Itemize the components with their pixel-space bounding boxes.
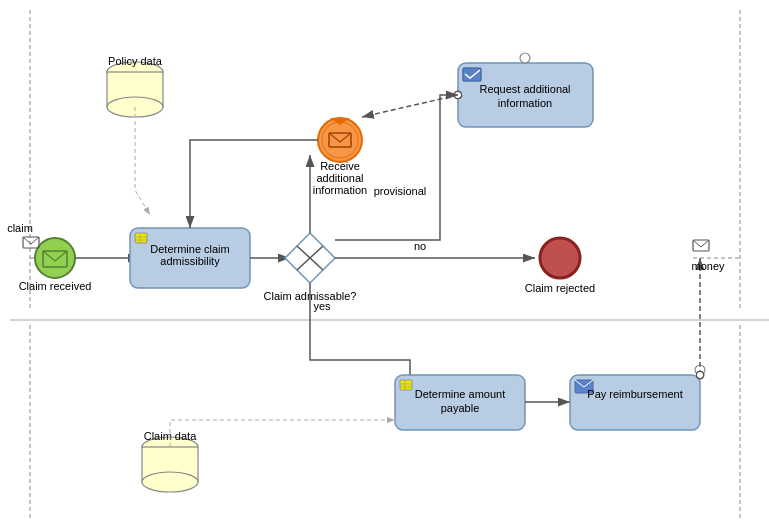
- msg-flow-request-to-receive: [362, 95, 458, 117]
- determine-amount-label: Determine amount: [415, 388, 506, 400]
- yes-label: yes: [313, 300, 331, 312]
- pay-reimbursement-label: Pay reimbursement: [587, 388, 682, 400]
- claim-received-event[interactable]: [35, 238, 75, 278]
- provisional-label: provisional: [374, 185, 427, 197]
- receive-additional-label: Receive: [320, 160, 360, 172]
- request-top-circle: [520, 53, 530, 63]
- policy-data-label: Policy data: [108, 55, 163, 67]
- svg-rect-5: [135, 233, 147, 243]
- flow-receive-to-determine: [190, 140, 318, 228]
- svg-rect-15: [400, 380, 412, 390]
- determine-admissibility-label: Determine claim: [150, 243, 229, 255]
- claim-rejected-event[interactable]: [540, 238, 580, 278]
- claim-label: claim: [7, 222, 33, 234]
- assoc-claim-to-amount: [170, 420, 395, 447]
- determine-admissibility-label2: admissibility: [160, 255, 220, 267]
- claim-received-label: Claim received: [19, 280, 92, 292]
- determine-amount-label2: payable: [441, 402, 480, 414]
- claim-data-cylinder-bottom: [142, 472, 198, 492]
- receive-additional-label2: additional: [316, 172, 363, 184]
- request-additional-label: Request additional: [479, 83, 570, 95]
- receive-additional-label3: information: [313, 184, 367, 196]
- no-label: no: [414, 240, 426, 252]
- assoc-policy-to-determine: [135, 107, 150, 215]
- request-additional-label2: information: [498, 97, 552, 109]
- money-label: money: [691, 260, 725, 272]
- claim-rejected-label: Claim rejected: [525, 282, 595, 294]
- bpmn-diagram: Claim received Determine claim admissibi…: [0, 0, 769, 529]
